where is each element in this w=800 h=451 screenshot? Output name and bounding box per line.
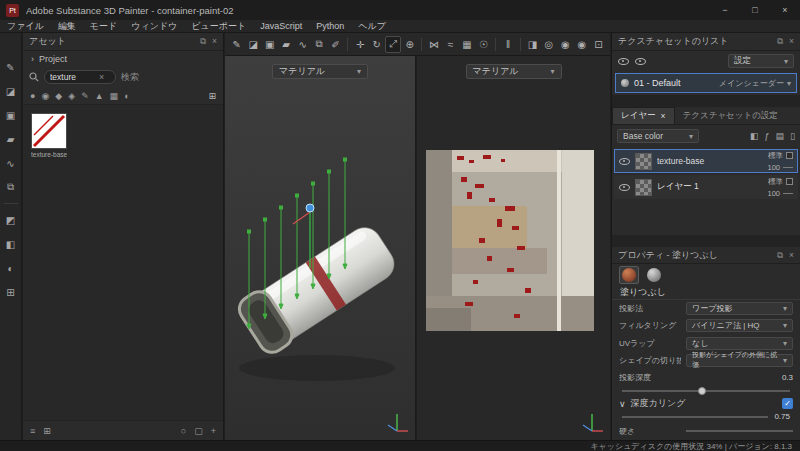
add-effect-icon[interactable]: ƒ (765, 131, 770, 141)
asset-item[interactable]: texture-base (31, 113, 67, 158)
material-mode-button[interactable] (619, 266, 639, 284)
move-tool-icon[interactable]: ✛ (352, 36, 367, 53)
tangent-wrap-icon[interactable]: ≈ (443, 36, 458, 53)
depth-culling-checkbox[interactable]: ✓ (782, 398, 793, 409)
asset-thumbnail[interactable] (31, 113, 67, 149)
float-panel-icon[interactable]: ⧉ (777, 36, 783, 47)
opacity-slider[interactable] (783, 167, 793, 168)
collapse-arrow-icon[interactable]: ∨ (619, 399, 626, 409)
filter-textures-icon[interactable]: ▦ (110, 91, 119, 101)
projection-depth-value[interactable]: 0.3 (782, 373, 793, 382)
filter-smart-materials-icon[interactable]: ◆ (55, 91, 62, 101)
projection-tool-icon[interactable]: ▣ (262, 36, 277, 53)
visibility-eye-icon[interactable] (619, 182, 630, 193)
paint-tool-icon[interactable]: ✎ (3, 59, 19, 75)
add-asset-icon[interactable]: + (211, 426, 216, 436)
visibility-eye-icon[interactable] (618, 56, 629, 67)
search-field[interactable]: × (44, 70, 116, 84)
tab-layers[interactable]: レイヤー × (612, 107, 675, 124)
lazy-mouse-icon[interactable]: ☉ (476, 36, 491, 53)
opacity-slider[interactable] (783, 193, 793, 194)
filter-alphas-icon[interactable]: ▲ (95, 91, 104, 101)
viewport-3d-material-dropdown[interactable]: マテリアル ▾ (272, 64, 368, 79)
opacity-value[interactable]: 100 (767, 189, 780, 198)
visibility-eye-icon[interactable] (619, 156, 630, 167)
menu-help[interactable]: ヘルプ (351, 20, 393, 33)
smudge-tool-icon[interactable]: ∿ (295, 36, 310, 53)
add-folder-icon[interactable]: ▤ (776, 131, 785, 141)
clone-tool-icon[interactable]: ⧉ (3, 179, 19, 195)
viewport-capture-icon[interactable]: ⊡ (591, 36, 606, 53)
clone-tool-icon[interactable]: ⧉ (311, 36, 326, 53)
search-input[interactable] (50, 72, 96, 82)
geometry-mask-icon[interactable]: ◩ (3, 212, 19, 228)
viewport-3d[interactable]: マテリアル ▾ (225, 56, 416, 440)
close-tab-icon[interactable]: × (661, 111, 666, 121)
close-panel-icon[interactable]: × (789, 250, 794, 261)
menu-mode[interactable]: モード (83, 20, 124, 33)
float-panel-icon[interactable]: ⧉ (777, 250, 783, 261)
shape-crop-dropdown[interactable]: 投影がシェイプの外側に拡張 ▾ (686, 354, 793, 367)
minimize-button[interactable]: − (710, 0, 740, 20)
depth-slider[interactable] (622, 390, 790, 392)
filter-smart-masks-icon[interactable]: ◈ (68, 91, 75, 101)
layer-thumbnail[interactable] (635, 153, 652, 170)
layer-row[interactable]: レイヤー 1 標準 100 (614, 175, 798, 199)
filtering-dropdown[interactable]: バイリニア法 | HQ ▾ (686, 319, 793, 332)
symmetry-icon[interactable]: ⋈ (426, 36, 441, 53)
menu-file[interactable]: ファイル (0, 20, 51, 33)
close-panel-icon[interactable]: × (212, 36, 217, 47)
smudge-tool-icon[interactable]: ∿ (3, 155, 19, 171)
viewport-2d[interactable]: マテリアル ▾ (417, 56, 610, 440)
brush-sphere-icon[interactable] (647, 268, 661, 282)
thumbnail-view-icon[interactable]: ⊞ (43, 426, 51, 436)
maximize-button[interactable]: □ (740, 0, 770, 20)
menu-javascript[interactable]: JavaScript (253, 21, 309, 31)
blend-mode-value[interactable]: 標準 (768, 151, 783, 161)
focus-tool-icon[interactable]: ⊕ (402, 36, 417, 53)
grid-view-icon[interactable]: ⊞ (208, 91, 216, 101)
render-mode-icon[interactable]: ◐ (3, 260, 19, 276)
layer-row[interactable]: texture-base 標準 100 (614, 149, 798, 173)
layer-thumbnail[interactable] (635, 179, 652, 196)
paint-tool-icon[interactable]: ✎ (229, 36, 244, 53)
filter-brushes-icon[interactable]: ✎ (81, 91, 89, 101)
assets-project-row[interactable]: › Project (23, 51, 223, 67)
rotate-tool-icon[interactable]: ↻ (369, 36, 384, 53)
sphere-preview-icon[interactable]: ○ (181, 426, 186, 436)
close-panel-icon[interactable]: × (789, 36, 794, 47)
fill-section-header[interactable]: 塗りつぶし (612, 285, 800, 299)
filter-materials-icon[interactable]: ◉ (41, 91, 49, 101)
camera-rotation-icon[interactable]: ◉ (574, 36, 589, 53)
shader-dropdown[interactable]: メインシェーダー ▾ (719, 78, 791, 89)
projection-mode-dropdown[interactable]: ワープ投影 ▾ (686, 302, 793, 315)
culling-slider[interactable] (622, 416, 768, 418)
axis-orientation-icon[interactable] (579, 409, 605, 435)
uv-wrap-dropdown[interactable]: なし ▾ (686, 337, 793, 350)
add-fill-icon[interactable]: ◧ (750, 131, 759, 141)
texture-set-item[interactable]: 01 - Default メインシェーダー ▾ (615, 73, 797, 93)
channel-dropdown[interactable]: Base color ▾ (617, 129, 699, 143)
viewport-2d-material-dropdown[interactable]: マテリアル ▾ (466, 64, 562, 79)
axis-orientation-icon[interactable] (384, 409, 410, 435)
filter-all-icon[interactable]: ● (30, 91, 35, 101)
clear-search-icon[interactable]: × (99, 72, 104, 82)
display-settings-icon[interactable]: ◨ (525, 36, 540, 53)
viewport-layout-icon[interactable]: ◧ (3, 236, 19, 252)
culling-value[interactable]: 0.75 (774, 412, 790, 421)
pause-engine-icon[interactable]: ‖ (500, 36, 515, 53)
eraser-tool-icon[interactable]: ◪ (245, 36, 260, 53)
environment-settings-icon[interactable]: ◎ (541, 36, 556, 53)
list-view-icon[interactable]: ≡ (30, 426, 35, 436)
menu-window[interactable]: ウィンドウ (124, 20, 184, 33)
eraser-tool-icon[interactable]: ◪ (3, 83, 19, 99)
close-button[interactable]: × (770, 0, 800, 20)
blend-mode-value[interactable]: 標準 (768, 177, 783, 187)
hardness-slider[interactable] (686, 430, 793, 432)
float-panel-icon[interactable]: ⧉ (200, 36, 206, 47)
opacity-value[interactable]: 100 (767, 163, 780, 172)
camera-settings-icon[interactable]: ◉ (558, 36, 573, 53)
texture-set-settings-dropdown[interactable]: 設定 ▾ (728, 54, 794, 68)
filter-environments-icon[interactable]: ◐ (124, 91, 129, 101)
projection-tool-icon[interactable]: ▣ (3, 107, 19, 123)
